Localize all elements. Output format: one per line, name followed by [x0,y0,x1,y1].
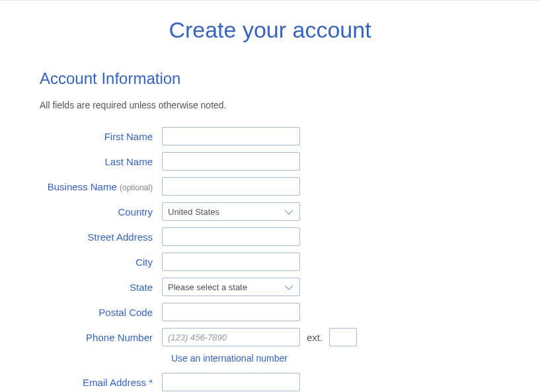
label-email-text: Email Address [83,377,146,388]
last-name-input[interactable] [162,152,300,171]
label-phone-number: Phone Number [40,332,162,343]
row-street-address: Street Address [40,227,500,246]
label-city: City [40,256,162,268]
row-city: City [40,253,500,271]
section-title: Account Information [40,69,500,88]
row-email-address: Email Address * [40,373,500,391]
label-last-name: Last Name [40,156,162,167]
first-name-input[interactable] [162,127,300,145]
business-name-input[interactable] [162,177,300,196]
account-form-container: Create your account Account Information … [0,1,540,392]
required-helper-text: All fields are required unless otherwise… [40,100,500,110]
page-title: Create your account [40,17,500,43]
label-country: Country [40,206,162,217]
country-select-value: United States [162,202,300,221]
label-business-name: Business Name (optional) [40,181,162,192]
row-country: Country United States [40,202,500,221]
country-select[interactable]: United States [162,202,300,221]
row-first-name: First Name [40,127,500,145]
row-last-name: Last Name [40,152,500,171]
phone-ext-input[interactable] [329,328,357,346]
phone-number-input[interactable] [162,328,300,346]
label-state: State [40,282,162,293]
row-business-name: Business Name (optional) [40,177,500,196]
row-intl-link: Use an international number [171,353,500,364]
row-postal-code: Postal Code [40,303,500,321]
city-input[interactable] [162,253,300,271]
row-phone-number: Phone Number ext. [40,328,500,346]
state-select-value: Please select a state [162,278,300,296]
label-street-address: Street Address [40,231,162,243]
label-business-optional: (optional) [120,183,153,192]
state-select[interactable]: Please select a state [162,278,300,296]
label-business-text: Business Name [48,181,117,192]
label-postal-code: Postal Code [40,307,162,318]
label-email-address: Email Address * [40,377,162,388]
row-state: State Please select a state [40,278,500,296]
label-email-star: * [149,377,153,388]
street-address-input[interactable] [162,227,300,246]
label-ext: ext. [307,332,323,343]
use-international-number-link[interactable]: Use an international number [171,353,288,364]
postal-code-input[interactable] [162,303,300,321]
email-address-input[interactable] [162,373,300,391]
label-first-name: First Name [40,131,162,142]
